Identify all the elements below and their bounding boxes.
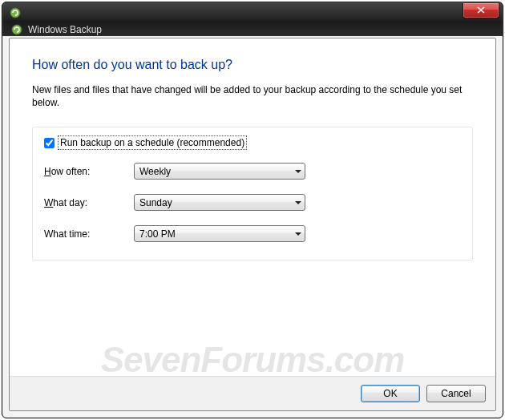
close-icon [477, 6, 485, 14]
backup-icon [10, 23, 23, 36]
schedule-checkbox[interactable] [44, 138, 55, 148]
combo-what-time[interactable]: 7:00 PM [134, 225, 305, 242]
combo-how-often[interactable]: Weekly [134, 163, 305, 180]
chevron-down-icon [295, 170, 301, 173]
button-bar: OK Cancel [10, 376, 495, 410]
window-frame: Windows Backup How often do you want to … [2, 2, 503, 418]
svg-point-1 [12, 25, 22, 34]
combo-what-day[interactable]: Sunday [134, 194, 305, 211]
combo-what-time-value: 7:00 PM [139, 228, 176, 240]
combo-what-day-value: Sunday [139, 197, 172, 208]
close-button[interactable] [463, 3, 499, 18]
svg-point-0 [10, 8, 20, 18]
schedule-group: Run backup on a schedule (recommended) H… [32, 127, 473, 260]
chevron-down-icon [295, 232, 301, 236]
titlebar [2, 2, 503, 23]
chevron-down-icon [295, 201, 301, 204]
row-what-day: What day: Sunday [44, 194, 461, 211]
schedule-checkbox-label[interactable]: Run backup on a schedule (recommended) [59, 137, 245, 148]
ok-button[interactable]: OK [361, 385, 420, 402]
combo-how-often-value: Weekly [139, 166, 171, 177]
cancel-button[interactable]: Cancel [426, 385, 486, 402]
label-what-time: What time: [44, 228, 134, 240]
row-what-time: What time: 7:00 PM [44, 225, 461, 242]
client-area: How often do you want to back up? New fi… [9, 38, 496, 411]
page-title: How often do you want to back up? [32, 58, 473, 72]
page-description: New files and files that have changed wi… [32, 83, 473, 109]
app-icon [9, 6, 22, 19]
breadcrumb: Windows Backup [2, 23, 503, 38]
label-how-often: How often: [44, 166, 134, 177]
row-how-often: How often: Weekly [44, 163, 461, 180]
app-title: Windows Backup [28, 24, 102, 35]
label-what-day: What day: [44, 197, 134, 208]
